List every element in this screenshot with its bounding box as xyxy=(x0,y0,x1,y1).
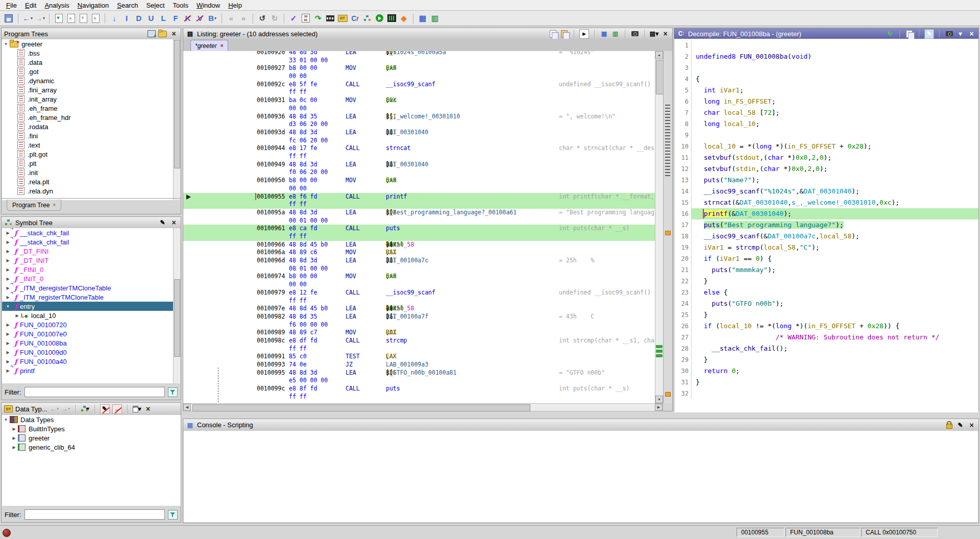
tree-item-rela-dyn[interactable]: .rela.dyn xyxy=(2,186,174,195)
close-icon[interactable]: × xyxy=(967,421,976,429)
snapshot-icon[interactable] xyxy=(945,30,953,38)
data-types-tree[interactable]: ▼Data Types▶BuiltInTypes▶greeter▶generic… xyxy=(2,415,181,506)
letter-b-icon[interactable]: B▾ xyxy=(207,13,218,24)
menu-help[interactable]: Help xyxy=(224,1,246,10)
decomp-line-9[interactable]: 9 xyxy=(674,130,978,141)
menu-search[interactable]: Search xyxy=(113,1,142,10)
menu-window[interactable]: Window xyxy=(192,1,224,10)
export-page-icon[interactable] xyxy=(65,13,77,24)
decomp-line-7[interactable]: 7 char local_58 [72]; xyxy=(674,107,978,118)
fields-icon[interactable]: ▦ xyxy=(600,30,608,38)
close-icon[interactable]: × xyxy=(661,30,670,38)
decomp-line-3[interactable]: 3 xyxy=(674,62,978,74)
symbol-init-0[interactable]: ▶ƒ_INIT_0 xyxy=(2,274,174,283)
listing-row-00100950[interactable]: 00100950b8 00 0000 00MOVEAX,0x0 xyxy=(183,177,655,192)
decomp-line-24[interactable]: 24 puts("GTFO n00b"); xyxy=(674,298,978,309)
tab-close-icon[interactable]: × xyxy=(53,202,56,208)
scroll-lock-icon[interactable] xyxy=(945,421,953,429)
copy-icon[interactable] xyxy=(905,30,914,38)
symbol-itm-registertmclonetable[interactable]: ▶ƒ_ITM_registerTMCloneTable xyxy=(2,292,174,302)
menu-tools[interactable]: Tools xyxy=(169,1,192,10)
symbol-stack-chk-fail[interactable]: ▶ƒ__stack_chk_fail xyxy=(2,237,174,247)
listing-row-0010099c[interactable]: 0010099ce8 8f fdff ffCALLputsint puts(ch… xyxy=(183,385,655,401)
console-output[interactable] xyxy=(184,431,978,522)
filter-funnel-icon[interactable] xyxy=(168,387,178,397)
listing-row-00100936[interactable]: 0010093648 8d 35d3 06 20 00LEARSI,[s_,_w… xyxy=(183,113,655,129)
dt-back-icon[interactable]: ←▾ xyxy=(50,405,59,413)
symbol-filter-input[interactable] xyxy=(24,387,165,397)
decomp-line-25[interactable]: 25 } xyxy=(674,309,978,321)
symbol-entry[interactable]: ▼ƒentry xyxy=(2,302,174,311)
edit-icon[interactable]: ✎ xyxy=(956,421,965,429)
tree-item-fini[interactable]: .fini xyxy=(2,131,174,140)
disassemble-icon[interactable]: ↓ xyxy=(109,13,120,24)
decomp-line-23[interactable]: 23 else { xyxy=(674,287,978,298)
listing-view[interactable]: 0010092048 8d 3d33 01 00 00LEARDI,[s_%10… xyxy=(183,51,655,403)
save-icon[interactable] xyxy=(3,13,14,24)
tree-item-fini-array[interactable]: .fini_array xyxy=(2,85,174,94)
symbol-fini-0[interactable]: ▶ƒ_FINI_0 xyxy=(2,265,174,274)
open-tree-icon[interactable] xyxy=(158,30,167,38)
menu-select[interactable]: Select xyxy=(142,1,168,10)
tree-item-dynamic[interactable]: .dynamic xyxy=(2,76,174,85)
edit-icon[interactable]: ✎ xyxy=(158,218,167,227)
symbol-dt-fini[interactable]: ▶ƒ_DT_FINI xyxy=(2,247,174,256)
decomp-line-15[interactable]: 15 strncat(&DAT_00301040,s_,_welcome!_00… xyxy=(674,197,978,208)
close-icon[interactable]: × xyxy=(169,30,178,38)
listing-row-00100991[interactable]: 0010099185 c0TESTEAX,EAX xyxy=(183,353,655,361)
listing-row-0010095a[interactable]: 0010095a48 8d 3d00 01 00 00LEARDI,[s_Bes… xyxy=(183,209,655,225)
dt-filter-arrays-icon[interactable]: ✎ xyxy=(100,404,110,414)
tree-item-rodata[interactable]: .rodata xyxy=(2,122,174,131)
dt-window-icon[interactable]: ▾ xyxy=(133,405,141,413)
letter-i-icon[interactable]: I xyxy=(121,13,132,24)
decomp-line-31[interactable]: 31} xyxy=(674,377,978,388)
symbol-fun-00100720[interactable]: ▶ƒFUN_00100720 xyxy=(2,320,174,329)
tab-program-tree[interactable]: Program Tree× xyxy=(7,200,61,211)
listing-row-00100944[interactable]: 00100944e8 17 feff ffCALLstrncatchar * s… xyxy=(183,144,655,160)
decomp-line-27[interactable]: 27 /* WARNING: Subroutine does not retur… xyxy=(674,332,978,343)
decomp-line-26[interactable]: 26 if (local_10 != *(long *)(in_FS_OFFSE… xyxy=(674,321,978,332)
decomp-line-28[interactable]: 28 __stack_chk_fail(); xyxy=(674,343,978,354)
listing-row-0010098c[interactable]: 0010098ce8 df fdff ffCALLstrcmpint strcm… xyxy=(183,337,655,353)
symbol-fun-00100a40[interactable]: ▶ƒFUN_00100a40 xyxy=(2,357,174,366)
tree-item-bss[interactable]: .bss xyxy=(2,48,174,58)
letter-k-icon[interactable]: K xyxy=(182,13,193,24)
validate-icon[interactable]: ✓ xyxy=(288,13,299,24)
decomp-line-5[interactable]: 5 int iVar1; xyxy=(674,85,978,96)
datatype-folder-icon[interactable]: DT xyxy=(337,13,348,24)
tree-item-data[interactable]: .data xyxy=(2,58,174,67)
listing-row-00100949[interactable]: 0010094948 8d 3df0 06 20 00LEARDI,[DAT_0… xyxy=(183,161,655,177)
decomp-line-21[interactable]: 21 puts("mmmmkay"); xyxy=(674,264,978,276)
display-options-icon[interactable]: ▤▾ xyxy=(650,30,658,38)
listing-row-00100989[interactable]: 0010098948 89 c7MOVRDI,RAX xyxy=(183,329,655,337)
listing-row-00100961[interactable]: 00100961e8 ca fdff ffCALLputsint puts(ch… xyxy=(183,225,655,240)
dt-forward-icon[interactable]: →▾ xyxy=(61,405,70,413)
refresh-icon[interactable]: ↻ xyxy=(886,30,894,38)
letter-f-icon[interactable]: F xyxy=(170,13,181,24)
listing-row-00100927[interactable]: 00100927b8 00 0000 00MOVEAX,0x0 xyxy=(183,64,655,80)
decomp-line-18[interactable]: 18 __isoc99_scanf(&DAT_00100a7c,local_58… xyxy=(674,231,978,242)
symbol-stack-chk-fail[interactable]: ▶ƒ__stack_chk_fail xyxy=(2,228,174,237)
binary-view-icon[interactable]: 10 01 xyxy=(300,13,311,24)
dt-filter-pointers-icon[interactable]: → xyxy=(112,404,122,414)
tab-close-icon[interactable]: × xyxy=(220,43,224,48)
function-graph-icon[interactable] xyxy=(361,13,373,24)
symbol-dt-init[interactable]: ▶ƒ_DT_INIT xyxy=(2,256,174,265)
decomp-line-4[interactable]: 4{ xyxy=(674,74,978,85)
page-down-icon[interactable] xyxy=(78,13,89,24)
cursor-tool-icon[interactable]: ▸ xyxy=(579,29,589,39)
symbol-tree[interactable]: ▶ƒ__stack_chk_fail▶ƒ__stack_chk_fail▶ƒ_D… xyxy=(2,228,174,383)
undo-icon[interactable]: ↺ xyxy=(257,13,268,24)
tree-item-eh-frame[interactable]: .eh_frame xyxy=(2,104,174,113)
diamond-icon[interactable]: ◆ xyxy=(398,13,409,24)
redo-icon[interactable]: ↻ xyxy=(269,13,280,24)
decomp-line-1[interactable]: 1 xyxy=(674,40,978,51)
datatype-root[interactable]: ▼Data Types xyxy=(2,415,181,424)
close-icon[interactable]: × xyxy=(144,405,153,413)
listing-row-0010097e[interactable]: 0010097e48 8d 45 b0LEARAX=>local_58,[RBP… xyxy=(183,305,655,313)
tree-item-got[interactable]: .got xyxy=(2,67,174,76)
filmstrip-icon[interactable] xyxy=(325,13,336,24)
tree-item-init[interactable]: .init xyxy=(2,168,174,177)
decomp-line-30[interactable]: 30 return 0; xyxy=(674,365,978,377)
page-up-icon[interactable] xyxy=(90,13,101,24)
